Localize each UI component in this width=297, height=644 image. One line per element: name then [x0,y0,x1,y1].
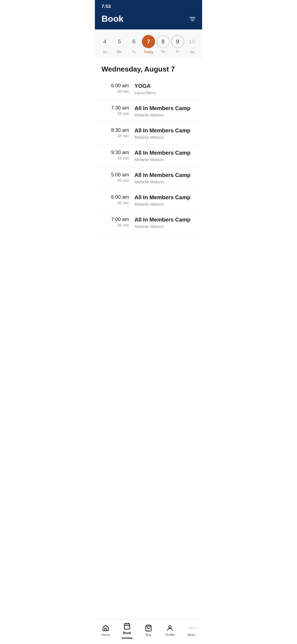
class-duration-5: 45 min [101,178,129,183]
class-instructor-7: Melanie Watson [134,224,196,229]
class-time-7: 7:00 am 45 min [101,217,129,227]
class-details-5: All In Members Camp Melanie Watson [134,172,196,184]
class-instructor-6: Melanie Watson [134,202,196,206]
date-label-sa: Sa [190,50,194,54]
class-name-4: All In Members Camp [134,150,196,156]
filter-icon[interactable] [189,17,196,21]
class-instructor-1: Laura Berry [134,90,196,95]
class-instructor-3: Melanie Watson [134,135,196,140]
class-time-4: 9:30 am 45 min [101,150,129,160]
class-name-5: All In Members Camp [134,172,196,178]
class-name-1: YOGA [134,83,196,89]
class-name-6: All In Members Camp [134,194,196,201]
class-item-5[interactable]: 5:00 am 45 min All In Members Camp Melan… [95,167,202,189]
date-number-4: 4 [98,35,111,48]
class-name-3: All In Members Camp [134,127,196,134]
class-time-2: 7:30 am 45 min [101,105,129,116]
class-duration-6: 45 min [101,201,129,205]
filter-line-3 [191,20,194,21]
date-label-th: Th [161,50,165,54]
class-details-2: All In Members Camp Melanie Watson [134,105,196,117]
class-time-5: 5:00 am 45 min [101,172,129,183]
date-item-th[interactable]: 8 Th [156,35,170,54]
date-item-su[interactable]: 4 Su [98,35,111,54]
date-label-fr: Fr [176,50,179,54]
class-duration-7: 45 min [101,223,129,227]
class-item-4[interactable]: 9:30 am 45 min All In Members Camp Melan… [95,145,202,167]
date-label-today: Today [144,50,153,54]
class-instructor-5: Melanie Watson [134,179,196,184]
status-time: 7:53 [101,4,111,9]
class-instructor-4: Melanie Watson [134,157,196,162]
class-item-2[interactable]: 7:30 am 45 min All In Members Camp Melan… [95,100,202,122]
day-heading: Wednesday, August 7 [95,58,202,78]
date-picker: 4 Su 5 Mo 6 Tu 7 Today 8 Th 9 Fr 10 [95,29,202,58]
date-item-sa[interactable]: 10 Sa [185,35,199,54]
date-number-10: 10 [185,35,199,48]
filter-line-1 [189,17,196,18]
class-duration-4: 45 min [101,156,129,160]
class-details-4: All In Members Camp Melanie Watson [134,150,196,162]
date-label-tu: Tu [132,50,136,54]
class-list: 6:00 am 60 min YOGA Laura Berry 7:30 am … [95,78,202,234]
class-name-7: All In Members Camp [134,217,196,223]
class-item-7[interactable]: 7:00 am 45 min All In Members Camp Melan… [95,212,202,234]
class-details-1: YOGA Laura Berry [134,83,196,95]
filter-line-2 [190,19,195,19]
class-details-6: All In Members Camp Melanie Watson [134,194,196,206]
class-time-main-6: 6:00 am [101,194,129,200]
class-name-2: All In Members Camp [134,105,196,111]
status-bar: 7:53 [95,0,202,12]
class-instructor-2: Melanie Watson [134,113,196,117]
class-details-7: All In Members Camp Melanie Watson [134,217,196,229]
class-time-main-7: 7:00 am [101,217,129,222]
date-item-fr[interactable]: 9 Fr [171,35,184,54]
date-number-6: 6 [127,35,141,48]
class-time-3: 8:30 am 45 min [101,127,129,138]
header-title: Book [101,14,123,24]
class-duration-1: 60 min [101,89,129,94]
date-item-today[interactable]: 7 Today [142,35,155,54]
date-label-su: Su [103,50,107,54]
class-details-3: All In Members Camp Melanie Watson [134,127,196,140]
date-label-mo: Mo [117,50,122,54]
class-time-main-3: 8:30 am [101,127,129,133]
date-number-8: 8 [156,35,170,48]
date-item-tu[interactable]: 6 Tu [127,35,141,54]
date-number-5: 5 [113,35,126,48]
class-time-main-4: 9:30 am [101,150,129,155]
class-time-main-5: 5:00 am [101,172,129,178]
class-duration-3: 45 min [101,134,129,138]
class-item-3[interactable]: 8:30 am 45 min All In Members Camp Melan… [95,122,202,145]
date-number-7: 7 [142,35,155,48]
class-time-main-2: 7:30 am [101,105,129,111]
main-content: 4 Su 5 Mo 6 Tu 7 Today 8 Th 9 Fr 10 [95,29,202,261]
date-number-9: 9 [171,35,184,48]
header: Book [95,12,202,29]
class-item-6[interactable]: 6:00 am 45 min All In Members Camp Melan… [95,189,202,212]
class-duration-2: 45 min [101,111,129,116]
class-time-main-1: 6:00 am [101,83,129,89]
class-item-1[interactable]: 6:00 am 60 min YOGA Laura Berry [95,78,202,100]
date-item-mo[interactable]: 5 Mo [113,35,126,54]
class-time-1: 6:00 am 60 min [101,83,129,94]
class-time-6: 6:00 am 45 min [101,194,129,205]
